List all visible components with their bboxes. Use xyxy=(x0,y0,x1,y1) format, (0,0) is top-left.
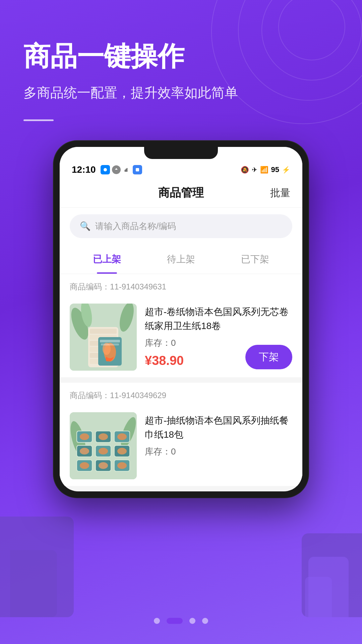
batch-button[interactable]: 批量 xyxy=(270,186,290,200)
search-area: 🔍 请输入商品名称/编码 xyxy=(60,208,302,245)
wifi-icon: 📶 xyxy=(260,166,268,174)
dot-3[interactable] xyxy=(189,618,195,624)
product-image-2 xyxy=(70,412,137,479)
decorative-shape-right-tall xyxy=(308,557,349,617)
status-time: 12:10 xyxy=(72,164,96,175)
phone-screen: 12:10 🔕 ✈ � xyxy=(60,147,302,491)
product-svg-2 xyxy=(70,412,137,479)
app-title: 商品管理 xyxy=(92,185,270,201)
status-right: 🔕 ✈ 📶 95 ⚡ xyxy=(241,165,290,174)
status-left: 12:10 xyxy=(72,164,142,175)
product-image-1 xyxy=(70,304,137,371)
product-stock-2: 库存：0 xyxy=(145,446,292,458)
decorative-shape-left-inner xyxy=(10,550,57,617)
product-item-1: 超市-卷纸物语本色国风系列无芯卷纸家用卫生纸18卷 库存：0 ¥38.90 下架 xyxy=(60,297,302,377)
svg-point-29 xyxy=(117,433,127,440)
phone-notch xyxy=(144,147,218,159)
tabs-area: 已上架 待上架 已下架 xyxy=(60,245,302,274)
decorative-shape-right xyxy=(302,533,362,617)
product-name-1: 超市-卷纸物语本色国风系列无芯卷纸家用卫生纸18卷 xyxy=(145,305,292,333)
dot-4[interactable] xyxy=(202,618,208,624)
divider-line xyxy=(23,119,54,121)
svg-point-47 xyxy=(117,462,127,469)
search-box[interactable]: 🔍 请输入商品名称/编码 xyxy=(70,214,292,238)
svg-rect-16 xyxy=(100,340,120,342)
dot-2[interactable] xyxy=(167,618,183,624)
tab-listed[interactable]: 已上架 xyxy=(70,245,144,274)
status-icon-4 xyxy=(133,165,142,174)
svg-rect-17 xyxy=(101,343,119,345)
search-icon: 🔍 xyxy=(80,221,90,231)
product-code-1: 商品编码：11-9140349631 xyxy=(60,274,302,297)
svg-point-44 xyxy=(99,462,108,469)
search-input[interactable]: 请输入商品名称/编码 xyxy=(95,220,176,232)
airplane-icon: ✈ xyxy=(252,166,257,174)
delist-button[interactable]: 下架 xyxy=(245,345,292,369)
svg-point-35 xyxy=(99,448,108,454)
phone-mockup: 12:10 🔕 ✈ � xyxy=(54,141,308,497)
svg-point-23 xyxy=(80,433,89,440)
product-name-2: 超市-抽纸物语本色国风系列抽纸餐巾纸18包 xyxy=(145,414,292,442)
tab-pending[interactable]: 待上架 xyxy=(144,245,218,274)
svg-rect-1 xyxy=(136,168,139,171)
product-svg-1 xyxy=(70,304,137,371)
status-icon-3 xyxy=(123,166,131,174)
svg-point-26 xyxy=(99,433,108,440)
status-icon-2 xyxy=(112,165,121,174)
product-group-1: 商品编码：11-9140349631 xyxy=(60,274,302,377)
mute-icon: 🔕 xyxy=(241,166,249,174)
phone-frame: 12:10 🔕 ✈ � xyxy=(54,141,308,497)
product-list: 商品编码：11-9140349631 xyxy=(60,274,302,486)
svg-point-41 xyxy=(80,462,89,469)
product-item-2: 超市-抽纸物语本色国风系列抽纸餐巾纸18包 库存：0 xyxy=(60,406,302,486)
product-info-2: 超市-抽纸物语本色国风系列抽纸餐巾纸18包 库存：0 xyxy=(145,412,292,479)
status-icon-1 xyxy=(101,165,110,174)
battery-text: 95 xyxy=(271,165,279,174)
tab-delisted[interactable]: 已下架 xyxy=(218,245,292,274)
pagination-dots xyxy=(154,618,208,624)
dot-1[interactable] xyxy=(154,618,160,624)
svg-rect-7 xyxy=(90,329,117,334)
svg-point-0 xyxy=(104,168,107,171)
battery-icon: ⚡ xyxy=(282,166,290,174)
main-title: 商品一键操作 xyxy=(23,40,339,72)
header-area: 商品一键操作 多商品统一配置，提升效率如此简单 xyxy=(0,0,362,135)
svg-point-38 xyxy=(117,448,127,454)
svg-point-32 xyxy=(80,448,89,454)
sub-title: 多商品统一配置，提升效率如此简单 xyxy=(23,83,339,103)
decorative-shape-left xyxy=(0,517,74,617)
decorative-shape-right-small xyxy=(305,577,332,617)
product-code-2: 商品编码：11-9140349629 xyxy=(60,383,302,406)
app-header: 商品管理 批量 xyxy=(60,178,302,208)
product-group-2: 商品编码：11-9140349629 xyxy=(60,383,302,486)
